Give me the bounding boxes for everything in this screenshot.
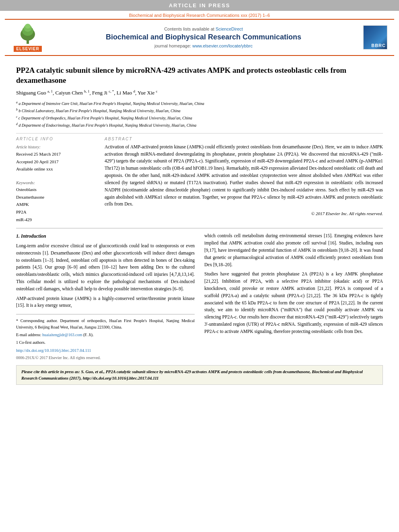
email-line: E-mail address: huaiaitengjidr@163.com (… [16,332,195,338]
page: ARTICLE IN PRESS Biochemical and Biophys… [0,0,399,532]
email-label: E-mail address: [16,333,41,337]
svg-point-4 [25,24,31,29]
article-info-label: ARTICLE INFO [16,137,97,141]
affiliation-d: d d Department of Endocrinology, Huai'an… [16,122,383,129]
affiliation-a: a a Department of Intensive Care Unit, H… [16,100,383,107]
article-info-abstract-section: ARTICLE INFO Article history: Received 2… [16,137,383,224]
article-in-press-banner: ARTICLE IN PRESS [0,0,399,11]
accepted-date: Accepted 20 April 2017 [16,159,58,164]
article-history: Article history: Received 25 March 2017 … [16,144,97,173]
banner-text: ARTICLE IN PRESS [169,2,230,8]
abstract-text: Activation of AMP-activated protein kina… [105,144,383,208]
keyword-3: AMPK [16,202,29,207]
body-col-left: 1. Introduction Long-term and/or excessi… [16,232,195,361]
keyword-1: Osteoblasts [16,187,37,192]
section-divider-2 [16,228,383,228]
doi-link: http://dx.doi.org/10.1016/j.bbrc.2017.04… [16,347,195,354]
elsevier-tree-icon [16,23,40,45]
journal-title: Biochemical and Biophysical Research Com… [50,33,357,42]
article-title: PP2A catalytic subunit silence by microR… [16,66,383,85]
bbrc-logo: BBRC [363,25,387,49]
elsevier-wordmark: ELSEVIER [14,46,41,52]
copyright-notice: © 2017 Elsevier Inc. All rights reserved… [105,211,383,216]
co-first-note: 1 Co-first authors. [16,339,195,346]
keyword-5: miR-429 [16,217,32,222]
abstract-label: ABSTRACT [105,137,383,141]
corresponding-author: * Corresponding author. Department of or… [16,318,195,331]
contents-label: Contents lists available at [164,27,214,31]
homepage-line: journal homepage: www.elsevier.com/locat… [50,43,357,48]
issn-line: 0006-291X/© 2017 Elsevier Inc. All right… [16,355,195,361]
elsevier-logo: ELSEVIER [14,23,41,52]
affiliations: a a Department of Intensive Care Unit, H… [16,100,383,129]
elsevier-logo-area: ELSEVIER [10,23,46,52]
received-date: Received 25 March 2017 [16,152,61,156]
intro-col2-para1: which controls cell metabolism during en… [204,232,383,268]
intro-paragraph-2: AMP-activated protein kinase (AMPK) is a… [16,295,195,310]
doi-url[interactable]: http://dx.doi.org/10.1016/j.bbrc.2017.04… [16,348,91,353]
article-info-column: ARTICLE INFO Article history: Received 2… [16,137,97,224]
section-divider-1 [16,133,383,134]
homepage-label: journal homepage: [154,43,191,48]
keyword-4: PP2A [16,210,27,214]
citation-text: Please cite this article in press as: S.… [21,370,363,380]
abstract-column: ABSTRACT Activation of AMP-activated pro… [105,137,383,224]
keywords-list: Osteoblasts Dexamethasone AMPK PP2A miR-… [16,186,97,223]
keyword-2: Dexamethasone [16,195,44,199]
homepage-url[interactable]: www.elsevier.com/locate/ybbrc [192,43,253,48]
footnotes: * Corresponding author. Department of or… [16,314,195,346]
email-suffix: (F. Ji). [83,333,94,337]
science-direct-line: Contents lists available at ScienceDirec… [50,27,357,31]
available-online: Available online xxx [16,166,53,171]
keywords-label: Keywords: [16,180,35,185]
body-content: 1. Introduction Long-term and/or excessi… [16,232,383,361]
author-email[interactable]: huaiaitengjidr@163.com [42,333,82,337]
bbrc-label: BBRC [371,43,386,48]
citation-box: Please cite this article in press as: S.… [16,365,383,385]
history-label: Article history: [16,144,97,150]
intro-col2-para2: Studies have suggested that protein phos… [204,271,383,335]
journal-citation: Biochemical and Biophysical Research Com… [129,13,270,18]
bbrc-logo-area: BBRC [361,25,389,49]
main-content: PP2A catalytic subunit silence by microR… [0,56,399,389]
introduction-heading: 1. Introduction [16,232,195,240]
affiliation-b: b b Clinical Laboratory, Huai'an First P… [16,107,383,114]
keywords-section: Keywords: Osteoblasts Dexamethasone AMPK… [16,179,97,223]
body-col-right: which controls cell metabolism during en… [204,232,383,361]
journal-info-center: Contents lists available at ScienceDirec… [46,27,361,48]
journal-header: ELSEVIER Contents lists available at Sci… [5,19,394,56]
science-direct-link[interactable]: ScienceDirect [216,27,243,31]
intro-paragraph-1: Long-term and/or excessive clinical use … [16,242,195,293]
affiliation-c: c c Department of Orthopedics, Huai'an F… [16,115,383,121]
authors-line: Shiguang Guo a, 1, Caiyun Chen b, 1, Fen… [16,88,383,97]
journal-reference-line: Biochemical and Biophysical Research Com… [0,11,399,19]
